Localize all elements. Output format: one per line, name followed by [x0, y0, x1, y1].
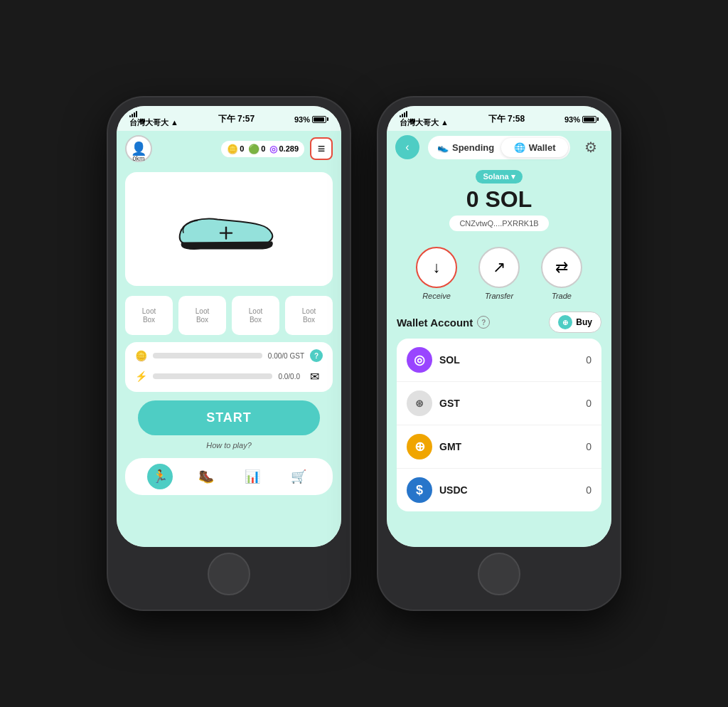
token-row-usdc[interactable]: $ USDC 0 [397, 469, 601, 511]
trade-label: Trade [552, 292, 572, 300]
wallet-menu-button[interactable]: ≡ [310, 137, 333, 160]
buy-label: Buy [576, 317, 592, 327]
gmt-amount-val: 0 [586, 441, 592, 452]
energy-bar [153, 373, 272, 379]
start-button[interactable]: START [138, 400, 320, 435]
menu-icon: ≡ [318, 142, 326, 156]
spending-icon: 👟 [437, 142, 449, 153]
nav-run[interactable]: 🏃 [147, 464, 173, 489]
battery-area-1: 93% [294, 115, 328, 124]
token-row-gst[interactable]: ⊛ GST 0 [397, 382, 601, 425]
nav-bar-2: ‹ 👟 Spending 🌐 Wallet ⚙ [387, 131, 611, 164]
coin-icon-1: 🪙 [227, 144, 238, 154]
gmt-name: GMT [439, 441, 579, 452]
coin-icon-3: ◎ [269, 144, 277, 154]
loot-box-3[interactable]: LootBox [232, 296, 279, 335]
phones-container: 台灣大哥大 ▲ 下午 7:57 93% 👤 [80, 69, 648, 638]
wallet-account-label: Wallet Account [397, 317, 473, 329]
nav-bar-1: 👤 0km 🪙 0 🟢 0 ◎ [117, 131, 341, 166]
coin-item-3: ◎ 0.289 [269, 144, 299, 154]
usdc-name: USDC [439, 484, 579, 496]
action-buttons-row: ↓ Receive ↗ Transfer ⇄ [397, 247, 601, 300]
buy-button[interactable]: ⊕ Buy [549, 312, 601, 333]
loot-box-2[interactable]: LootBox [178, 296, 226, 335]
back-icon: ‹ [405, 141, 409, 154]
sol-name: SOL [439, 354, 579, 366]
transfer-button[interactable]: ↗ [478, 247, 520, 288]
nav-shoes[interactable]: 🥾 [193, 464, 219, 489]
sol-amount-val: 0 [586, 354, 592, 366]
avatar[interactable]: 👤 0km [125, 135, 152, 162]
tab-spending[interactable]: 👟 Spending [430, 138, 501, 157]
battery-icon-2 [582, 116, 599, 123]
battery-area-2: 93% [564, 115, 599, 124]
loot-box-1[interactable]: LootBox [125, 296, 173, 335]
transfer-icon: ↗ [493, 258, 505, 277]
settings-button[interactable]: ⚙ [579, 135, 603, 159]
loot-box-4[interactable]: LootBox [285, 296, 333, 335]
coin-item-2: 🟢 0 [248, 144, 265, 154]
help-icon-1[interactable]: ? [310, 349, 323, 362]
receive-label: Receive [422, 292, 451, 300]
gst-stat-row: 🪙 0.00/0 GST ? [135, 349, 323, 362]
wallet-account-header: Wallet Account ? ⊕ Buy [397, 312, 601, 333]
signal-icon [129, 110, 178, 117]
wifi-icon: ▲ [171, 118, 178, 127]
wallet-content: Solana ▾ 0 SOL CNZvtwQ....PXRRK1B ↓ [387, 164, 611, 547]
trade-btn-wrap: ⇄ Trade [541, 247, 582, 300]
gmt-icon: ⊕ [407, 434, 432, 459]
shoe-display [125, 172, 333, 286]
signal-icon-2 [400, 110, 449, 117]
transfer-btn-wrap: ↗ Transfer [478, 247, 520, 300]
wifi-icon-2: ▲ [441, 118, 449, 127]
home-button-2[interactable] [478, 553, 520, 595]
avatar-label: 0km [132, 155, 144, 162]
time-2: 下午 7:58 [488, 113, 525, 125]
trade-button[interactable]: ⇄ [541, 247, 582, 288]
sol-balance: 0 SOL [397, 186, 601, 213]
nav-stats[interactable]: 📊 [240, 464, 265, 489]
app-screen-2: ‹ 👟 Spending 🌐 Wallet ⚙ [387, 131, 611, 547]
phone-1: 台灣大哥大 ▲ 下午 7:57 93% 👤 [108, 97, 350, 610]
nav-shop[interactable]: 🛒 [286, 464, 311, 489]
home-button-1[interactable] [208, 553, 250, 595]
back-button[interactable]: ‹ [395, 135, 419, 159]
envelope-icon[interactable]: ✉ [306, 368, 323, 385]
gst-name: GST [439, 398, 579, 409]
wallet-address-area: CNZvtwQ....PXRRK1B [397, 216, 601, 241]
receive-btn-wrap: ↓ Receive [416, 247, 457, 300]
tab-group: 👟 Spending 🌐 Wallet [428, 136, 570, 159]
wallet-globe-icon: 🌐 [514, 142, 525, 153]
avatar-icon: 👤 [131, 141, 146, 156]
gst-label: 0.00/0 GST [268, 352, 304, 360]
carrier-2: 台灣大哥大 ▲ [400, 110, 449, 128]
token-list: ◎ SOL 0 ⊛ GST 0 ⊕ GMT 0 [397, 339, 601, 511]
energy-stat-row: ⚡ 0.0/0.0 ✉ [135, 368, 323, 385]
gear-icon: ⚙ [584, 139, 597, 156]
gst-amount-val: 0 [586, 398, 592, 409]
coin-item-1: 🪙 0 [227, 144, 244, 154]
shoe-illustration [172, 193, 286, 265]
usdc-amount-val: 0 [586, 484, 592, 496]
gst-icon-token: ⊛ [407, 390, 432, 416]
app-screen-1: 👤 0km 🪙 0 🟢 0 ◎ [117, 131, 341, 547]
sol-icon: ◎ [407, 347, 432, 373]
tab-wallet[interactable]: 🌐 Wallet [501, 138, 568, 157]
buy-icon: ⊕ [558, 315, 572, 329]
how-to-play-link[interactable]: How to play? [117, 441, 341, 450]
token-row-sol[interactable]: ◎ SOL 0 [397, 339, 601, 382]
energy-icon: ⚡ [135, 371, 147, 382]
battery-icon-1 [312, 116, 328, 123]
wallet-address[interactable]: CNZvtwQ....PXRRK1B [449, 216, 548, 231]
trade-icon: ⇄ [555, 258, 568, 277]
phone-1-screen: 台灣大哥大 ▲ 下午 7:57 93% 👤 [117, 106, 341, 547]
help-circle[interactable]: ? [477, 316, 490, 329]
solana-badge[interactable]: Solana ▾ [397, 169, 601, 184]
coin-bar: 🪙 0 🟢 0 ◎ 0.289 [221, 141, 304, 157]
phone-2-screen: 台灣大哥大 ▲ 下午 7:58 93% ‹ [387, 106, 611, 547]
status-bar-1: 台灣大哥大 ▲ 下午 7:57 93% [117, 106, 341, 131]
gst-bar [153, 353, 262, 358]
receive-button[interactable]: ↓ [416, 247, 457, 288]
time-1: 下午 7:57 [218, 113, 255, 125]
token-row-gmt[interactable]: ⊕ GMT 0 [397, 425, 601, 469]
